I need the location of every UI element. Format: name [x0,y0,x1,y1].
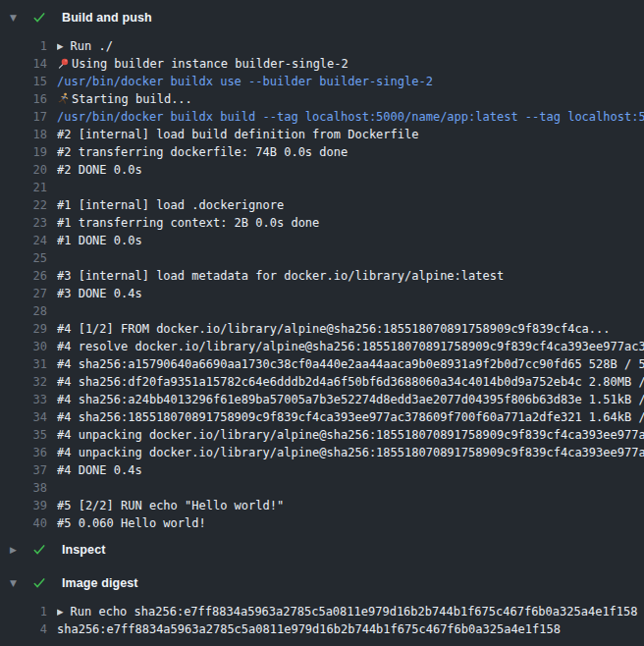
log-text: #4 sha256:185518070891758909c9f839cf4ca3… [57,410,644,424]
section-title: Build and push [62,11,152,25]
line-number[interactable]: 30 [0,338,47,355]
chevron-down-icon[interactable]: ▼ [10,573,24,593]
line-number[interactable]: 16 [0,90,47,108]
chevron-right-icon[interactable]: ▶ [10,540,24,560]
log-text: #4 [1/2] FROM docker.io/library/alpine@s… [57,322,611,336]
section-header-build-and-push[interactable]: ▼Build and push [0,8,644,27]
actions-log-viewer: ▼Build and push1▶Run ./14Using builder i… [0,0,644,646]
log-line: 30#4 resolve docker.io/library/alpine@sh… [0,338,644,355]
log-text: #5 0.060 Hello world! [57,516,206,530]
log-text: #1 DONE 0.0s [57,234,142,247]
line-number[interactable]: 31 [0,355,47,373]
log-line-content: #1 [internal] load .dockerignore [57,196,644,214]
line-number[interactable]: 22 [0,196,47,214]
log-line: 32#4 sha256:df20fa9351a15782c64e6dddb2d4… [0,373,644,391]
line-number[interactable]: 36 [0,444,47,461]
line-number[interactable]: 1 [0,603,47,620]
log-line: 28 [0,302,644,320]
section-header-image-digest[interactable]: ▼Image digest [0,573,644,593]
log-line: 21 [0,179,644,196]
expand-group-icon[interactable]: ▶ [57,37,64,55]
log-line: 20#2 DONE 0.0s [0,161,644,179]
log-line-content: #4 sha256:a15790640a6690aa1730c38cf0a440… [57,355,644,373]
log-line-content: #5 [2/2] RUN echo "Hello world!" [57,497,644,514]
log-text: #4 unpacking docker.io/library/alpine@sh… [57,446,644,459]
line-number[interactable]: 21 [0,179,47,196]
line-number[interactable]: 25 [0,249,47,267]
log-text: Using builder instance builder-single-2 [72,57,349,71]
log-line-content: #4 sha256:a24bb4013296f61e89ba57005a7b3e… [57,391,644,408]
line-number[interactable]: 28 [0,302,47,320]
line-number[interactable]: 17 [0,108,47,126]
log-line: 22#1 [internal] load .dockerignore [0,196,644,214]
log-line-content: #2 transferring dockerfile: 74B 0.0s don… [57,143,644,161]
log-text: #1 [internal] load .dockerignore [57,198,284,212]
log-line-content: #1 transferring context: 2B 0.0s done [57,214,644,232]
check-icon [32,540,46,560]
section-log-lines: 1▶Run ./14Using builder instance builder… [0,27,644,540]
log-line: 36#4 unpacking docker.io/library/alpine@… [0,444,644,461]
line-number[interactable]: 40 [0,514,47,532]
section-title: Image digest [62,576,138,590]
log-text: #1 transferring context: 2B 0.0s done [57,216,319,230]
line-number[interactable]: 15 [0,73,47,90]
log-line: 24#1 DONE 0.0s [0,232,644,249]
log-line-content: #4 sha256:185518070891758909c9f839cf4ca3… [57,408,644,426]
log-line-content: #4 sha256:df20fa9351a15782c64e6dddb2d4a6… [57,373,644,391]
check-icon [32,573,46,593]
log-line: 26#3 [internal] load metadata for docker… [0,267,644,285]
line-number[interactable]: 23 [0,214,47,232]
log-text: #3 DONE 0.4s [57,287,142,300]
line-number[interactable]: 39 [0,497,47,514]
log-text: #4 sha256:a24bb4013296f61e89ba57005a7b3e… [57,393,644,406]
section-header-inspect[interactable]: ▶Inspect [0,540,644,560]
expand-group-icon[interactable]: ▶ [57,603,64,620]
log-line: 33#4 sha256:a24bb4013296f61e89ba57005a7b… [0,391,644,408]
log-line-content: #3 DONE 0.4s [57,285,644,302]
line-number[interactable]: 4 [0,620,47,638]
log-line-content: #2 [internal] load build definition from… [57,126,644,143]
line-number[interactable]: 1 [0,37,47,55]
line-number[interactable]: 20 [0,161,47,179]
chevron-down-icon[interactable]: ▼ [10,8,24,27]
log-line-content: /usr/bin/docker buildx build --tag local… [57,108,644,126]
line-number[interactable]: 14 [0,55,47,73]
line-number[interactable]: 19 [0,143,47,161]
log-line-content: #4 unpacking docker.io/library/alpine@sh… [57,444,644,461]
log-line: 35#4 unpacking docker.io/library/alpine@… [0,426,644,444]
log-text: Starting build... [72,92,192,106]
log-text: #4 unpacking docker.io/library/alpine@sh… [57,428,644,442]
log-line: 39#5 [2/2] RUN echo "Hello world!" [0,497,644,514]
line-number[interactable]: 33 [0,391,47,408]
log-line: 19#2 transferring dockerfile: 74B 0.0s d… [0,143,644,161]
log-line-content: Starting build... [57,90,644,108]
line-number[interactable]: 27 [0,285,47,302]
log-line: 34#4 sha256:185518070891758909c9f839cf4c… [0,408,644,426]
log-line-content: /usr/bin/docker buildx use --builder bui… [57,73,644,90]
log-text: sha256:e7ff8834a5963a2785c5a0811e979d16b… [57,622,561,636]
log-line: 16Starting build... [0,90,644,108]
line-number[interactable]: 34 [0,408,47,426]
log-line-content [57,179,644,196]
log-text: #4 sha256:a15790640a6690aa1730c38cf0a440… [57,357,644,371]
log-text: Run echo sha256:e7ff8834a5963a2785c5a081… [71,605,638,619]
log-line: 1▶Run echo sha256:e7ff8834a5963a2785c5a0… [0,603,644,620]
line-number[interactable]: 35 [0,426,47,444]
log-text: #4 sha256:df20fa9351a15782c64e6dddb2d4a6… [57,375,644,389]
log-line-content [57,302,644,320]
line-number[interactable]: 38 [0,479,47,497]
log-line: 29#4 [1/2] FROM docker.io/library/alpine… [0,320,644,338]
log-line-content: #3 [internal] load metadata for docker.i… [57,267,644,285]
section-log-lines: 1▶Run echo sha256:e7ff8834a5963a2785c5a0… [0,593,644,646]
log-section-inspect: ▶Inspect [0,540,644,573]
line-number[interactable]: 18 [0,126,47,143]
line-number[interactable]: 26 [0,267,47,285]
line-number[interactable]: 32 [0,373,47,391]
log-text: #2 DONE 0.0s [57,163,142,177]
log-line: 37#4 DONE 0.4s [0,461,644,479]
line-number[interactable]: 37 [0,461,47,479]
line-number[interactable]: 29 [0,320,47,338]
log-line-content [57,249,644,267]
log-line: 15/usr/bin/docker buildx use --builder b… [0,73,644,90]
line-number[interactable]: 24 [0,232,47,249]
